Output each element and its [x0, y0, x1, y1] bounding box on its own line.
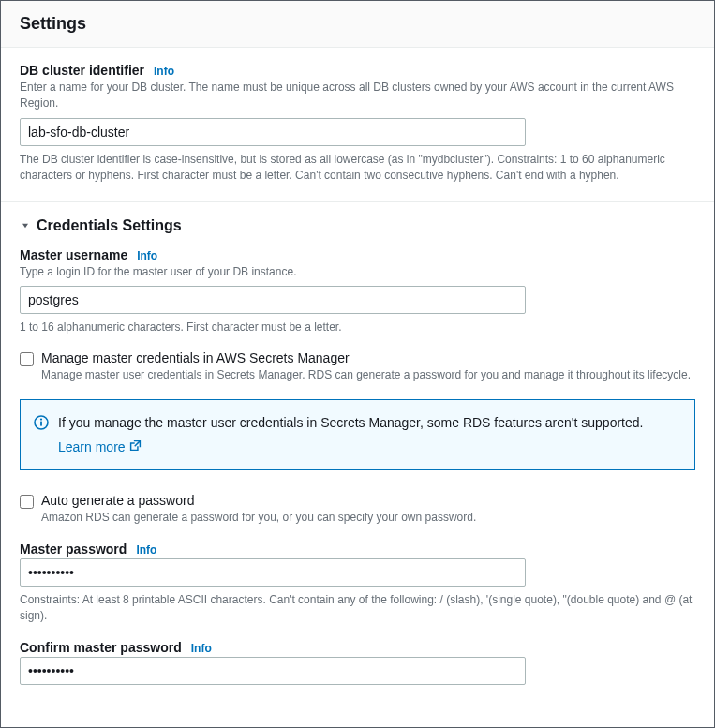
username-info-link[interactable]: Info: [137, 249, 157, 262]
username-help: 1 to 16 alphanumeric characters. First c…: [20, 319, 695, 335]
info-icon: [34, 415, 49, 433]
info-box-text: If you manage the master user credential…: [58, 413, 643, 432]
svg-point-1: [40, 418, 42, 420]
auto-generate-label: Auto generate a password: [41, 493, 476, 508]
username-label: Master username: [20, 247, 127, 262]
secrets-manager-desc: Manage master user credentials in Secret…: [41, 367, 691, 383]
secrets-manager-label: Manage master credentials in AWS Secrets…: [41, 350, 691, 365]
panel-header: Settings: [1, 1, 714, 48]
auto-generate-desc: Amazon RDS can generate a password for y…: [41, 510, 476, 526]
panel-title: Settings: [20, 14, 695, 34]
credentials-toggle[interactable]: Credentials Settings: [20, 217, 695, 234]
password-info-link[interactable]: Info: [136, 543, 156, 557]
secrets-manager-row: Manage master credentials in AWS Secrets…: [20, 350, 695, 383]
auto-generate-checkbox[interactable]: [20, 495, 34, 509]
password-input[interactable]: [20, 558, 526, 587]
username-desc: Type a login ID for the master user of y…: [20, 264, 695, 280]
confirm-password-info-link[interactable]: Info: [191, 642, 212, 655]
cluster-id-input[interactable]: [20, 118, 526, 146]
secrets-manager-checkbox[interactable]: [20, 352, 34, 366]
auto-generate-row: Auto generate a password Amazon RDS can …: [20, 493, 695, 526]
cluster-id-desc: Enter a name for your DB cluster. The na…: [20, 80, 695, 112]
section-credentials: Credentials Settings Master username Inf…: [1, 202, 714, 702]
username-input[interactable]: [20, 286, 526, 314]
learn-more-link[interactable]: Learn more: [58, 438, 142, 456]
external-link-icon: [129, 438, 142, 456]
svg-rect-2: [40, 421, 42, 425]
cluster-id-help: The DB cluster identifier is case-insens…: [20, 152, 695, 185]
password-help: Constraints: At least 8 printable ASCII …: [20, 592, 695, 625]
cluster-id-info-link[interactable]: Info: [154, 65, 174, 78]
credentials-heading: Credentials Settings: [37, 217, 182, 234]
cluster-id-label: DB cluster identifier: [20, 63, 144, 78]
password-label: Master password: [20, 542, 127, 557]
confirm-password-label: Confirm master password: [20, 640, 182, 655]
settings-panel: Settings DB cluster identifier Info Ente…: [0, 0, 715, 728]
confirm-password-input[interactable]: [20, 657, 526, 685]
learn-more-label: Learn more: [58, 438, 126, 456]
caret-down-icon: [20, 220, 31, 231]
section-cluster-identifier: DB cluster identifier Info Enter a name …: [1, 48, 714, 202]
secrets-manager-info-box: If you manage the master user credential…: [20, 399, 695, 471]
